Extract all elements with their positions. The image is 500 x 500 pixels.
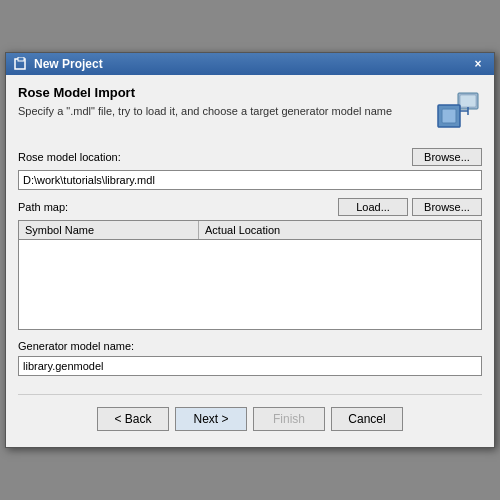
header-area: Rose Model Import Specify a ".mdl" file,… bbox=[18, 85, 482, 140]
title-bar-left: New Project bbox=[14, 57, 103, 71]
svg-rect-3 bbox=[460, 95, 476, 107]
rose-model-location-label: Rose model location: bbox=[18, 151, 121, 163]
rose-model-location-row: Rose model location: Browse... bbox=[18, 148, 482, 166]
separator bbox=[18, 394, 482, 395]
table-header: Symbol Name Actual Location bbox=[19, 221, 481, 240]
generator-model-label: Generator model name: bbox=[18, 340, 482, 352]
new-project-dialog: New Project × Rose Model Import Specify … bbox=[5, 52, 495, 448]
header-text: Rose Model Import Specify a ".mdl" file,… bbox=[18, 85, 430, 129]
svg-rect-1 bbox=[18, 57, 24, 61]
button-row: < Back Next > Finish Cancel bbox=[18, 403, 482, 437]
rose-model-icon bbox=[430, 85, 482, 140]
title-bar: New Project × bbox=[6, 53, 494, 75]
path-map-table: Symbol Name Actual Location bbox=[18, 220, 482, 330]
section-header: Rose Model Import bbox=[18, 85, 430, 100]
column-actual-location: Actual Location bbox=[199, 221, 481, 239]
dialog-body: Rose Model Import Specify a ".mdl" file,… bbox=[6, 75, 494, 447]
finish-button[interactable]: Finish bbox=[253, 407, 325, 431]
close-button[interactable]: × bbox=[470, 56, 486, 72]
cancel-button[interactable]: Cancel bbox=[331, 407, 403, 431]
path-map-buttons: Load... Browse... bbox=[338, 198, 482, 216]
path-map-load-button[interactable]: Load... bbox=[338, 198, 408, 216]
path-map-row: Path map: Load... Browse... bbox=[18, 198, 482, 216]
table-body bbox=[19, 240, 481, 325]
dialog-title-icon bbox=[14, 57, 28, 71]
svg-rect-5 bbox=[442, 109, 456, 123]
path-map-browse-button[interactable]: Browse... bbox=[412, 198, 482, 216]
back-button[interactable]: < Back bbox=[97, 407, 169, 431]
generator-model-input[interactable] bbox=[18, 356, 482, 376]
next-button[interactable]: Next > bbox=[175, 407, 247, 431]
section-desc: Specify a ".mdl" file, try to load it, a… bbox=[18, 104, 430, 119]
rose-model-browse-button[interactable]: Browse... bbox=[412, 148, 482, 166]
title-bar-text: New Project bbox=[34, 57, 103, 71]
column-symbol-name: Symbol Name bbox=[19, 221, 199, 239]
path-map-label: Path map: bbox=[18, 201, 68, 213]
rose-model-location-input[interactable] bbox=[18, 170, 482, 190]
